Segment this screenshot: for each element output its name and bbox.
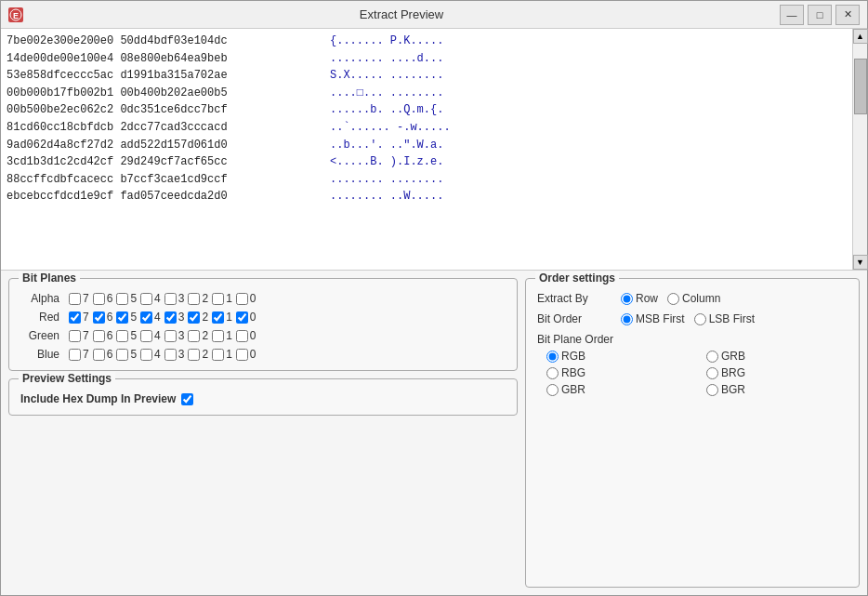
bit-plane-channel-label: Red xyxy=(20,311,65,324)
bit-alpha-4-checkbox[interactable] xyxy=(140,293,152,305)
extract-by-row-radio: Row xyxy=(621,292,658,305)
bit-plane-brg-radio[interactable] xyxy=(706,367,718,379)
bit-blue-5-checkbox[interactable] xyxy=(116,349,128,361)
bit-red-2-checkbox[interactable] xyxy=(188,311,200,324)
bit-checkbox-item: 4 xyxy=(140,292,161,305)
bit-alpha-0-checkbox[interactable] xyxy=(236,293,248,305)
hex-bytes-1: 00b000b17fb002b1 00b400b202ae00b5 xyxy=(7,85,322,102)
bit-checkbox-item: 0 xyxy=(236,311,256,324)
bit-plane-gbr-radio[interactable] xyxy=(546,384,559,396)
maximize-button[interactable]: □ xyxy=(808,5,832,25)
close-button[interactable]: ✕ xyxy=(835,5,860,25)
bit-blue-0-checkbox[interactable] xyxy=(236,349,248,361)
bit-blue-1-checkbox[interactable] xyxy=(212,349,224,361)
hex-row: 00b000b17fb002b1 00b400b202ae00b5....□..… xyxy=(7,85,847,102)
bit-plane-row: Blue76543210 xyxy=(20,348,506,361)
hex-bytes-1: 7be002e300e200e0 50dd4bdf03e104dc xyxy=(7,33,322,50)
bit-plane-rgb-radio[interactable] xyxy=(546,351,559,363)
bit-alpha-7-checkbox[interactable] xyxy=(69,293,81,305)
bit-number-label: 2 xyxy=(202,292,208,305)
bit-plane-channel-label: Blue xyxy=(20,348,65,361)
bit-alpha-6-checkbox[interactable] xyxy=(93,293,105,305)
bit-plane-rbg-radio[interactable] xyxy=(546,367,559,379)
scrollbar-thumb[interactable] xyxy=(854,59,867,114)
bit-green-5-checkbox[interactable] xyxy=(116,330,128,342)
bit-plane-bgr-radio[interactable] xyxy=(706,384,718,396)
bit-green-2-checkbox[interactable] xyxy=(188,330,200,342)
bit-checkbox-item: 1 xyxy=(212,292,232,305)
bit-plane-channel-label: Green xyxy=(20,329,65,342)
bit-plane-grb-radio[interactable] xyxy=(706,351,718,363)
scroll-up-arrow[interactable]: ▲ xyxy=(853,29,868,44)
bit-green-3-checkbox[interactable] xyxy=(164,330,177,342)
order-settings-group: Order settings Extract By Row Column xyxy=(525,278,860,588)
bit-alpha-3-checkbox[interactable] xyxy=(164,293,177,305)
bit-blue-3-checkbox[interactable] xyxy=(164,349,177,361)
bit-plane-order-section: Bit Plane Order RGBGRBRBGBRGGBRBGR xyxy=(537,333,848,396)
hex-bytes-1: 9ad062d4a8cf27d2 add522d157d061d0 xyxy=(7,137,322,154)
bit-plane-rgb-label: RGB xyxy=(561,350,585,363)
bit-checkbox-item: 2 xyxy=(188,348,208,361)
msb-radio[interactable] xyxy=(621,313,633,325)
bit-number-label: 7 xyxy=(83,329,89,342)
bit-red-3-checkbox[interactable] xyxy=(164,311,177,324)
scroll-down-arrow[interactable]: ▼ xyxy=(853,255,868,270)
bit-alpha-5-checkbox[interactable] xyxy=(116,293,128,305)
bit-number-label: 6 xyxy=(107,348,113,361)
bit-checkbox-item: 4 xyxy=(140,348,161,361)
bit-number-label: 6 xyxy=(107,311,113,324)
bit-green-4-checkbox[interactable] xyxy=(140,330,152,342)
bit-checkbox-item: 4 xyxy=(140,329,161,342)
bit-green-7-checkbox[interactable] xyxy=(69,330,81,342)
bit-plane-channel-label: Alpha xyxy=(20,292,65,305)
extract-by-label: Extract By xyxy=(537,292,612,305)
bit-green-1-checkbox[interactable] xyxy=(212,330,224,342)
bit-alpha-2-checkbox[interactable] xyxy=(188,293,200,305)
hex-content[interactable]: 7be002e300e200e0 50dd4bdf03e104dc{......… xyxy=(1,29,852,270)
bit-green-0-checkbox[interactable] xyxy=(236,330,248,342)
bit-checkbox-item: 1 xyxy=(212,348,232,361)
bit-checkbox-item: 6 xyxy=(93,292,113,305)
bit-red-7-checkbox[interactable] xyxy=(69,311,81,324)
bit-number-label: 1 xyxy=(226,311,232,324)
svg-text:E: E xyxy=(13,11,19,20)
bit-blue-6-checkbox[interactable] xyxy=(93,349,105,361)
bit-red-6-checkbox[interactable] xyxy=(93,311,105,324)
bit-blue-4-checkbox[interactable] xyxy=(140,349,152,361)
column-radio[interactable] xyxy=(667,293,679,305)
lsb-radio[interactable] xyxy=(694,313,706,325)
bit-blue-7-checkbox[interactable] xyxy=(69,349,81,361)
bit-checkbox-item: 0 xyxy=(236,348,256,361)
hex-ascii: ..`...... -.w..... xyxy=(330,119,451,137)
bit-checkbox-item: 0 xyxy=(236,329,256,342)
hex-bytes-1: 53e858dfceccc5ac d1991ba315a702ae xyxy=(7,67,322,85)
bit-number-label: 6 xyxy=(107,329,113,342)
bit-plane-bgr-label: BGR xyxy=(721,383,745,396)
bit-red-0-checkbox[interactable] xyxy=(236,311,248,324)
hex-row: 3cd1b3d1c2cd42cf 29d249cf7acf65cc<.....B… xyxy=(7,153,847,171)
scrollbar-track[interactable]: ▲ ▼ xyxy=(852,29,867,270)
hex-bytes-1: 00b500be2ec062c2 0dc351ce6dcc7bcf xyxy=(7,101,322,119)
bit-number-label: 5 xyxy=(130,311,137,324)
hex-bytes-1: 3cd1b3d1c2cd42cf 29d249cf7acf65cc xyxy=(7,153,322,171)
bit-number-label: 4 xyxy=(154,329,161,342)
bit-red-1-checkbox[interactable] xyxy=(212,311,224,324)
bit-blue-2-checkbox[interactable] xyxy=(188,349,200,361)
bit-alpha-1-checkbox[interactable] xyxy=(212,293,224,305)
bit-green-6-checkbox[interactable] xyxy=(93,330,105,342)
minimize-button[interactable]: — xyxy=(780,5,804,25)
bit-red-5-checkbox[interactable] xyxy=(116,311,128,324)
row-label: Row xyxy=(636,292,658,305)
bit-number-label: 7 xyxy=(83,311,89,324)
bit-number-label: 7 xyxy=(83,348,89,361)
bit-number-label: 5 xyxy=(130,292,137,305)
bit-plane-rbg-radio-item: RBG xyxy=(546,366,688,379)
bit-number-label: 2 xyxy=(202,329,208,342)
bit-plane-rgb-radio-item: RGB xyxy=(546,350,688,363)
include-hex-checkbox[interactable] xyxy=(181,393,193,405)
bit-plane-gbr-label: GBR xyxy=(561,383,585,396)
hex-row: 7be002e300e200e0 50dd4bdf03e104dc{......… xyxy=(7,33,847,50)
window-title: Extract Preview xyxy=(23,7,780,21)
bit-red-4-checkbox[interactable] xyxy=(140,311,152,324)
row-radio[interactable] xyxy=(621,293,633,305)
